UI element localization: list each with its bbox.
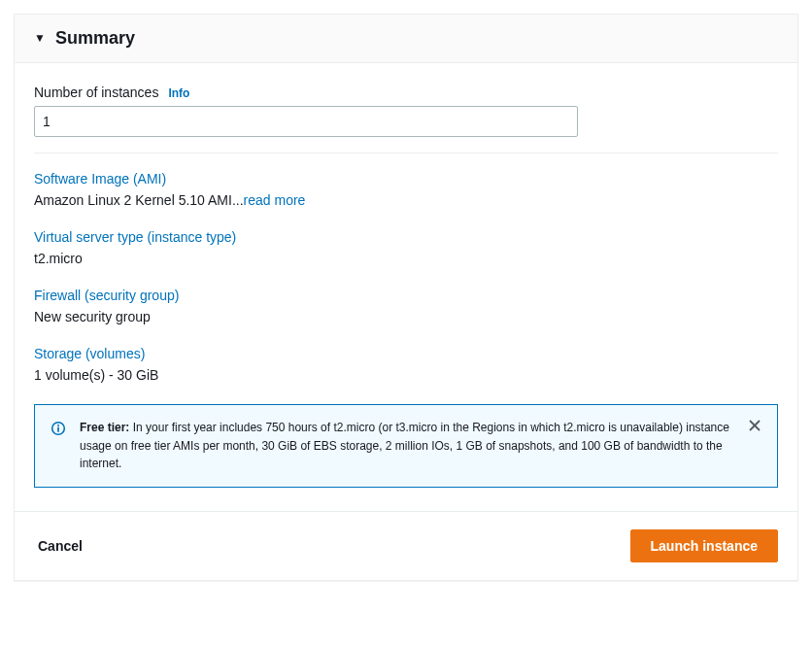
free-tier-text: Free tier: In your first year includes 7… [80, 419, 734, 473]
storage-section: Storage (volumes) 1 volume(s) - 30 GiB [34, 346, 778, 383]
summary-header: ▼ Summary [15, 15, 797, 63]
read-more-link[interactable]: read more [244, 192, 306, 208]
summary-toggle[interactable]: ▼ Summary [34, 28, 778, 49]
storage-value: 1 volume(s) - 30 GiB [34, 367, 778, 383]
instance-type-section: Virtual server type (instance type) t2.m… [34, 229, 778, 266]
firewall-section: Firewall (security group) New security g… [34, 288, 778, 324]
close-icon[interactable] [746, 417, 763, 437]
software-image-value: Amazon Linux 2 Kernel 5.10 AMI...read mo… [34, 192, 778, 208]
cancel-button[interactable]: Cancel [34, 532, 86, 560]
svg-rect-1 [57, 427, 59, 432]
firewall-link[interactable]: Firewall (security group) [34, 288, 179, 303]
free-tier-bold: Free tier: [80, 421, 129, 434]
software-image-link[interactable]: Software Image (AMI) [34, 171, 166, 187]
software-image-text: Amazon Linux 2 Kernel 5.10 AMI... [34, 192, 244, 208]
firewall-value: New security group [34, 309, 778, 324]
free-tier-alert: Free tier: In your first year includes 7… [34, 404, 778, 488]
launch-instance-button[interactable]: Launch instance [630, 529, 778, 562]
caret-down-icon: ▼ [34, 31, 46, 45]
instance-type-link[interactable]: Virtual server type (instance type) [34, 229, 236, 245]
number-of-instances-input[interactable] [34, 106, 578, 137]
instance-type-value: t2.micro [34, 251, 778, 266]
info-link[interactable]: Info [168, 86, 189, 100]
free-tier-body: In your first year includes 750 hours of… [80, 421, 729, 470]
number-of-instances-label: Number of instances [34, 85, 158, 100]
storage-link[interactable]: Storage (volumes) [34, 346, 145, 361]
summary-body: Number of instances Info Software Image … [15, 63, 797, 488]
info-icon [51, 419, 66, 473]
summary-panel: ▼ Summary Number of instances Info Softw… [14, 14, 798, 581]
software-image-section: Software Image (AMI) Amazon Linux 2 Kern… [34, 171, 778, 208]
number-of-instances-field: Number of instances Info [34, 85, 778, 153]
summary-title: Summary [55, 28, 135, 49]
summary-footer: Cancel Launch instance [15, 511, 797, 580]
svg-rect-2 [57, 425, 59, 426]
